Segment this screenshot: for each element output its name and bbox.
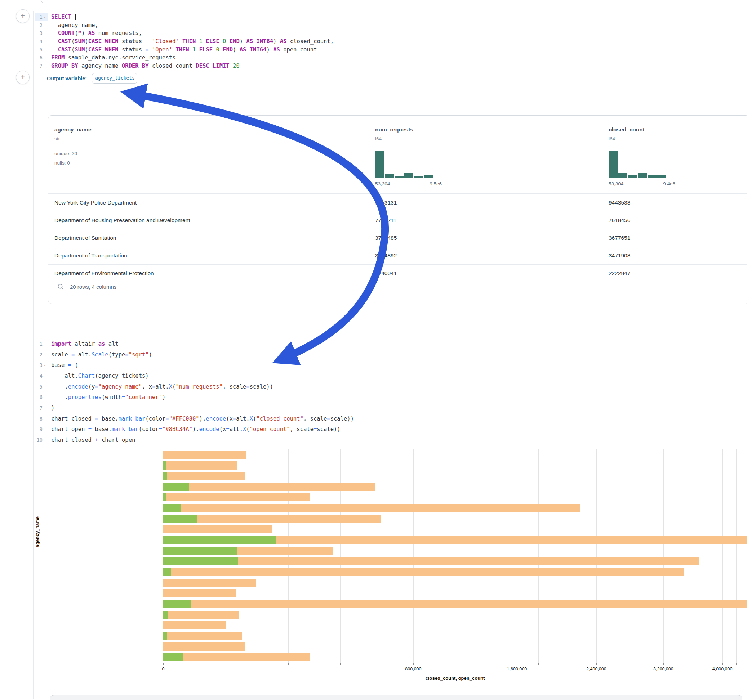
code-text[interactable]: COUNT(*) AS num_requests, (48, 29, 142, 38)
line-number: 5 (35, 47, 42, 53)
gridline (558, 450, 559, 662)
code-text[interactable]: scale = alt.Scale(type="sqrt") (48, 349, 152, 360)
code-line[interactable]: 10chart_closed + chart_open (35, 434, 354, 445)
code-token: (type (109, 352, 126, 358)
code-line[interactable]: 1›SELECT (35, 13, 334, 21)
code-line[interactable]: 3 COUNT(*) AS num_requests, (35, 29, 334, 38)
line-number: 6 (35, 394, 42, 400)
code-token: = (95, 383, 98, 390)
code-text[interactable]: chart_closed = base.mark_bar(color="#FFC… (48, 413, 354, 424)
code-text[interactable]: SELECT (48, 13, 76, 21)
x-tick (679, 663, 679, 665)
code-text[interactable]: CAST(SUM(CASE WHEN status = 'Closed' THE… (48, 38, 334, 46)
code-line[interactable]: 9chart_open = base.mark_bar(color="#8BC3… (35, 424, 354, 435)
code-line[interactable]: 7) (35, 403, 354, 413)
code-token (172, 47, 175, 53)
code-token: 0 (216, 47, 219, 53)
code-gutter: 7 (35, 403, 48, 413)
code-line[interactable]: 3›base = ( (35, 360, 354, 371)
bar-closed (163, 621, 225, 629)
code-token: (agency_tickets) (95, 373, 148, 379)
code-token: AS (273, 47, 280, 53)
code-line[interactable]: 7GROUP BY agency_name ORDER BY closed_co… (35, 62, 334, 70)
x-tick (708, 663, 708, 665)
line-number: 3 (35, 362, 42, 368)
line-number: 2 (35, 22, 42, 28)
code-token: AS (246, 38, 253, 45)
code-gutter: 5 (35, 381, 48, 392)
code-token: X (250, 416, 253, 422)
code-token: as (98, 341, 105, 347)
code-text[interactable]: alt.Chart(agency_tickets) (48, 371, 149, 381)
code-text[interactable]: ) (48, 403, 54, 413)
code-token: "agency_name" (98, 383, 142, 390)
column-name[interactable]: closed_count (609, 127, 645, 133)
code-line[interactable]: 2 agency_name, (35, 21, 334, 30)
line-number: 4 (35, 373, 42, 379)
output-variable-pill[interactable]: agency_tickets (92, 73, 137, 83)
code-text[interactable]: GROUP BY agency_name ORDER BY closed_cou… (48, 62, 240, 70)
code-text[interactable]: chart_closed + chart_open (48, 434, 135, 445)
code-line[interactable]: 6 .properties(width="container") (35, 392, 354, 403)
dataframe-preview-card: agency_namestrunique: 20nulls: 0num_requ… (48, 115, 747, 304)
table-row[interactable]: Department of Housing Preservation and D… (48, 211, 747, 229)
code-text[interactable]: agency_name, (48, 21, 98, 30)
bar-track (163, 504, 747, 512)
code-text[interactable]: .encode(y="agency_name", x=alt.X("num_re… (48, 381, 273, 392)
code-token: (x (226, 416, 233, 422)
bar-track (163, 600, 747, 608)
code-line[interactable]: 8chart_closed = base.mark_bar(color="#FF… (35, 413, 354, 424)
code-line[interactable]: 2scale = alt.Scale(type="sqrt") (35, 349, 354, 360)
code-line[interactable]: 5 CAST(SUM(CASE WHEN status = 'Open' THE… (35, 45, 334, 54)
code-text[interactable]: CAST(SUM(CASE WHEN status = 'Open' THEN … (48, 45, 317, 54)
table-row[interactable]: Department of Environmental Protection22… (48, 264, 747, 282)
bar-track (163, 547, 747, 555)
code-token: alt. (155, 383, 169, 390)
histogram-bar (375, 151, 384, 178)
python-code-editor[interactable]: 1import altair as alt2scale = alt.Scale(… (35, 338, 354, 445)
table-row-count: 20 rows, 4 columns (70, 284, 116, 290)
add-cell-button-top[interactable]: + (16, 9, 30, 23)
code-line[interactable]: 5 .encode(y="agency_name", x=alt.X("num_… (35, 381, 354, 392)
bar-track (163, 557, 747, 566)
code-line[interactable]: 4 CAST(SUM(CASE WHEN status = 'Closed' T… (35, 38, 334, 46)
column-name[interactable]: agency_name (54, 127, 92, 133)
code-token: ( (172, 383, 175, 390)
code-token: ( (75, 30, 78, 36)
column-name[interactable]: num_requests (375, 127, 413, 133)
fold-chevron-icon[interactable]: › (42, 363, 47, 368)
code-token: END (230, 38, 240, 45)
fold-chevron-icon[interactable]: › (42, 15, 47, 20)
x-tick (578, 663, 578, 665)
table-row[interactable]: New York City Police Department945313194… (48, 193, 747, 211)
code-gutter: 4 (35, 371, 48, 381)
histogram-min: 53,304 (375, 181, 390, 187)
code-text[interactable]: base = ( (48, 360, 78, 371)
code-token: , scale (303, 416, 327, 422)
code-token: encode (199, 426, 219, 433)
code-token (246, 47, 250, 53)
code-text[interactable]: FROM sample_data.nyc.service_requests (48, 54, 175, 62)
code-token: 'Open' (152, 47, 172, 53)
code-line[interactable]: 6FROM sample_data.nyc.service_requests (35, 54, 334, 62)
x-tick-major (517, 663, 517, 665)
sql-code-editor[interactable]: 1›SELECT 2 agency_name,3 COUNT(*) AS num… (35, 13, 334, 70)
line-number: 9 (35, 426, 42, 432)
x-tick-label: 2,400,000 (586, 667, 606, 671)
code-text[interactable]: chart_open = base.mark_bar(color="#8BC34… (48, 424, 340, 435)
code-token (51, 47, 58, 53)
table-row[interactable]: Department of Transportation377489234719… (48, 247, 747, 265)
table-row[interactable]: Department of Sanitation37494853677651 (48, 229, 747, 247)
code-text[interactable]: import altair as alt (48, 338, 119, 349)
bar-track (163, 568, 747, 576)
code-text[interactable]: .properties(width="container") (48, 392, 165, 403)
histogram-bar (395, 176, 404, 178)
x-tick (288, 663, 289, 665)
bar-closed (163, 600, 747, 608)
chart-x-axis-line (163, 662, 747, 663)
code-line[interactable]: 1import altair as alt (35, 338, 354, 349)
search-icon[interactable] (57, 284, 64, 290)
x-tick (736, 663, 736, 665)
code-line[interactable]: 4 alt.Chart(agency_tickets) (35, 371, 354, 381)
add-cell-button-middle[interactable]: + (16, 71, 30, 84)
